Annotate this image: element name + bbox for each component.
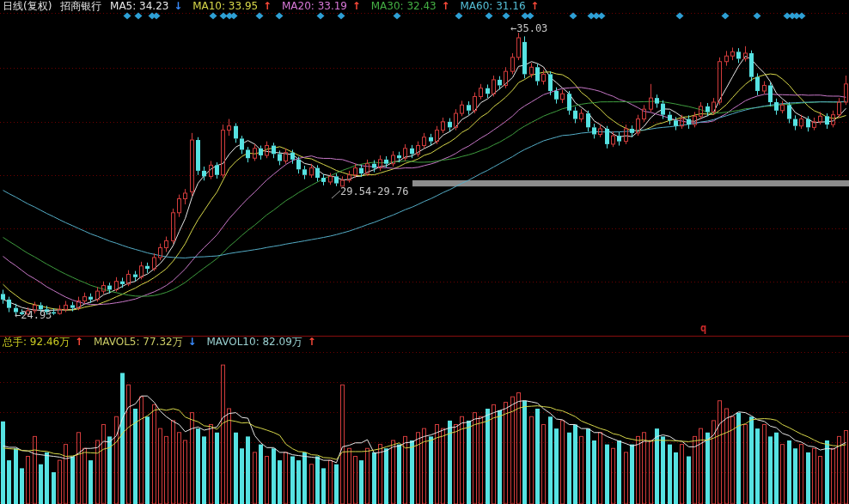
low-price-annotation: ←24.93	[15, 310, 52, 321]
mavol10-trend-arrow-icon: ↑	[308, 336, 316, 348]
mavol10-value: MAVOL10: 82.09万	[206, 336, 302, 348]
volume-pane-header: 总手: 92.46万 ↑ MAVOL5: 77.32万 ↓ MAVOL10: 8…	[3, 337, 323, 348]
range-price-annotation: 29.54-29.76	[340, 186, 408, 197]
total-volume-trend-arrow-icon: ↑	[75, 336, 83, 348]
main-chart-header: 日线(复权) 招商银行 MA5: 34.23 ↓ MA10: 33.95 ↑ M…	[3, 1, 546, 12]
ma20-value: MA20: 33.19	[282, 0, 347, 12]
ma5-value: MA5: 34.23	[110, 0, 168, 12]
period-label: 日线(复权)	[3, 0, 52, 12]
ma30-trend-arrow-icon: ↑	[442, 0, 450, 12]
ma5-trend-arrow-icon: ↓	[174, 0, 182, 12]
peak-price-annotation: ←35.03	[510, 23, 547, 34]
ma30-value: MA30: 32.43	[371, 0, 437, 12]
ma60-value: MA60: 31.16	[460, 0, 525, 12]
q-event-marker: q	[700, 323, 706, 333]
total-volume-value: 总手: 92.46万	[3, 336, 70, 348]
mavol5-trend-arrow-icon: ↓	[188, 336, 197, 348]
ma20-trend-arrow-icon: ↑	[352, 0, 361, 12]
ma10-trend-arrow-icon: ↑	[263, 0, 272, 12]
kline-chart-canvas[interactable]	[0, 0, 849, 504]
stock-name: 招商银行	[60, 0, 101, 12]
ma60-trend-arrow-icon: ↑	[530, 0, 539, 12]
ma10-value: MA10: 33.95	[192, 0, 258, 12]
mavol5-value: MAVOL5: 77.32万	[94, 336, 183, 348]
kline-app-window: 日线(复权) 招商银行 MA5: 34.23 ↓ MA10: 33.95 ↑ M…	[0, 0, 849, 504]
